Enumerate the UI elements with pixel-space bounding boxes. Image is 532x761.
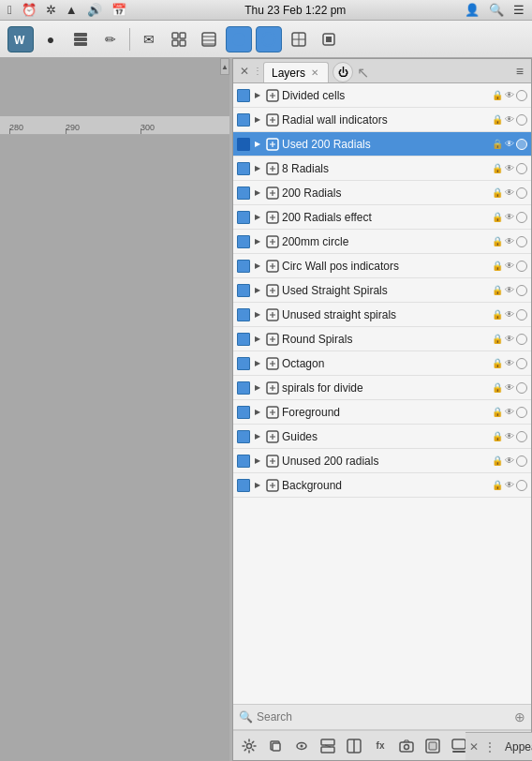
layer-item[interactable]: ▶ 200 Radials 🔒 👁: [233, 181, 531, 205]
layer-expand[interactable]: ▶: [252, 285, 263, 296]
volume-icon[interactable]: ▲: [66, 3, 78, 17]
panel-options-button[interactable]: ≡: [512, 64, 527, 79]
layer-expand[interactable]: ▶: [252, 261, 263, 272]
layer-expand[interactable]: ▶: [252, 382, 263, 394]
layer-eye-icon[interactable]: 👁: [505, 261, 514, 271]
layer-lock-icon[interactable]: 🔒: [492, 431, 503, 441]
layer-lock-icon[interactable]: 🔒: [492, 90, 503, 100]
tb-merge-button[interactable]: [316, 735, 340, 757]
search-options-icon[interactable]: ⊕: [514, 709, 525, 724]
tool-plus-grid-button[interactable]: [286, 26, 312, 52]
tb-camera-button[interactable]: [394, 735, 419, 757]
apple-icon[interactable]: : [7, 3, 12, 17]
layer-item[interactable]: ▶ 8 Radials 🔒 👁: [233, 157, 531, 181]
layer-lock-icon[interactable]: 🔒: [492, 285, 503, 295]
search-menu-icon[interactable]: 🔍: [489, 3, 504, 17]
tb-mask-button[interactable]: [421, 735, 445, 757]
layer-item[interactable]: ▶ Circ Wall pos indicators 🔒 👁: [233, 254, 531, 278]
layer-expand[interactable]: ▶: [252, 236, 263, 247]
layer-list[interactable]: ▶ Divided cells 🔒 👁 ▶ Radial wall indica…: [233, 83, 531, 704]
layer-lock-icon[interactable]: 🔒: [492, 407, 503, 417]
layer-item[interactable]: ▶ Unused straight spirals 🔒 👁: [233, 303, 531, 327]
scroll-up-arrow[interactable]: ▲: [220, 58, 229, 75]
layer-lock-icon[interactable]: 🔒: [492, 334, 503, 344]
layer-item[interactable]: ▶ Background 🔒 👁: [233, 473, 531, 498]
tb-split-button[interactable]: [342, 735, 366, 757]
layer-expand[interactable]: ▶: [252, 309, 263, 321]
layer-expand[interactable]: ▶: [252, 358, 263, 369]
tb-eye-button[interactable]: [289, 735, 314, 757]
layer-eye-icon[interactable]: 👁: [505, 285, 514, 295]
tool-edit-button[interactable]: ✏: [97, 26, 124, 52]
layer-eye-icon[interactable]: 👁: [505, 90, 514, 100]
tool-grid-button[interactable]: [166, 26, 192, 52]
tool-envelope-button[interactable]: ✉: [136, 26, 162, 52]
layer-lock-icon[interactable]: 🔒: [492, 163, 503, 173]
layer-eye-icon[interactable]: 👁: [505, 163, 514, 173]
appearance-tab[interactable]: Appearance ✕: [497, 733, 532, 760]
layer-lock-icon[interactable]: 🔒: [492, 236, 503, 246]
layer-expand[interactable]: ▶: [252, 139, 263, 150]
layer-lock-icon[interactable]: 🔒: [492, 358, 503, 368]
layer-item[interactable]: ▶ 200 Radials effect 🔒 👁: [233, 205, 531, 230]
calendar-icon[interactable]: 📅: [111, 3, 126, 17]
layer-expand[interactable]: ▶: [252, 407, 263, 418]
power-button[interactable]: ⏻: [332, 62, 353, 82]
layer-expand[interactable]: ▶: [252, 431, 263, 442]
layer-eye-icon[interactable]: 👁: [505, 382, 514, 393]
tool-layers-button[interactable]: [67, 26, 94, 52]
layer-item[interactable]: ▶ Octagon 🔒 👁: [233, 351, 531, 376]
layer-lock-icon[interactable]: 🔒: [492, 187, 503, 198]
canvas-area[interactable]: 280 290 300 ▲: [0, 58, 229, 761]
layer-eye-icon[interactable]: 👁: [505, 212, 514, 222]
layer-eye-icon[interactable]: 👁: [505, 309, 514, 320]
layer-eye-icon[interactable]: 👁: [505, 139, 514, 149]
layer-expand[interactable]: ▶: [252, 455, 263, 467]
layer-expand[interactable]: ▶: [252, 480, 263, 491]
tb-fx-button[interactable]: fx: [368, 735, 392, 757]
layer-eye-icon[interactable]: 👁: [505, 358, 514, 368]
search-input[interactable]: [257, 710, 510, 724]
layer-item[interactable]: ▶ Unused 200 radials 🔒 👁: [233, 449, 531, 473]
layer-eye-icon[interactable]: 👁: [505, 334, 514, 344]
layer-lock-icon[interactable]: 🔒: [492, 114, 503, 125]
panel-dots-button[interactable]: ⋮: [254, 66, 261, 76]
layer-eye-icon[interactable]: 👁: [505, 187, 514, 198]
appearance-panel-close[interactable]: ✕: [466, 733, 482, 760]
layer-eye-icon[interactable]: 👁: [505, 407, 514, 417]
layer-item[interactable]: ▶ Radial wall indicators 🔒 👁: [233, 108, 531, 132]
layer-eye-icon[interactable]: 👁: [505, 236, 514, 246]
layer-expand[interactable]: ▶: [252, 90, 263, 101]
layer-expand[interactable]: ▶: [252, 334, 263, 345]
layer-lock-icon[interactable]: 🔒: [492, 212, 503, 222]
layer-item[interactable]: ▶ Guides 🔒 👁: [233, 425, 531, 449]
layer-item[interactable]: ▶ spirals for divide 🔒 👁: [233, 376, 531, 400]
tb-duplicate-button[interactable]: [263, 735, 288, 757]
layer-expand[interactable]: ▶: [252, 212, 263, 223]
layer-lock-icon[interactable]: 🔒: [492, 309, 503, 320]
tb-settings-button[interactable]: [237, 735, 261, 757]
bluetooth-icon[interactable]: ✲: [46, 3, 56, 17]
layer-eye-icon[interactable]: 👁: [505, 480, 514, 490]
layer-item[interactable]: ▶ Round Spirals 🔒 👁: [233, 327, 531, 351]
layer-item[interactable]: ▶ 200mm circle 🔒 👁: [233, 230, 531, 254]
layer-item[interactable]: ▶ Foreground 🔒 👁: [233, 400, 531, 425]
tool-hatch-button[interactable]: [196, 26, 222, 52]
tool-circle-outline-button[interactable]: [256, 26, 282, 52]
tool-dot-button[interactable]: ●: [37, 26, 64, 52]
layer-expand[interactable]: ▶: [252, 187, 263, 199]
audio-icon[interactable]: 🔊: [87, 3, 102, 17]
layer-lock-icon[interactable]: 🔒: [492, 455, 503, 466]
layer-expand[interactable]: ▶: [252, 163, 263, 174]
tool-circle-fill-button[interactable]: [226, 26, 252, 52]
layers-tab-close[interactable]: ✕: [309, 67, 320, 79]
layer-expand[interactable]: ▶: [252, 114, 263, 126]
clock-icon[interactable]: ⏰: [22, 3, 37, 17]
layers-tab[interactable]: Layers ✕: [263, 62, 329, 82]
layer-eye-icon[interactable]: 👁: [505, 114, 514, 125]
layer-eye-icon[interactable]: 👁: [505, 455, 514, 466]
layer-lock-icon[interactable]: 🔒: [492, 382, 503, 393]
layer-item[interactable]: ▶ Used Straight Spirals 🔒 👁: [233, 278, 531, 303]
layer-item[interactable]: ▶ Divided cells 🔒 👁: [233, 83, 531, 108]
layer-lock-icon[interactable]: 🔒: [492, 139, 503, 149]
